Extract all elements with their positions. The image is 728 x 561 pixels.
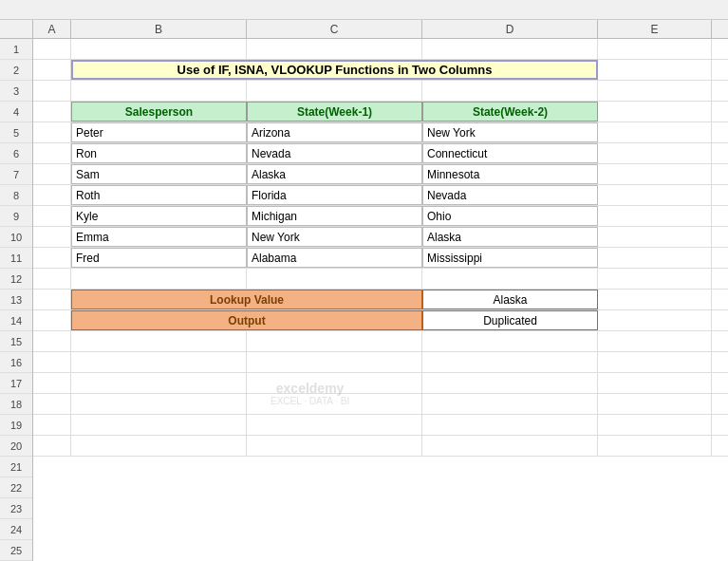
cell-c19[interactable] (247, 415, 422, 435)
lookup-value-cell[interactable]: Alaska (422, 290, 598, 309)
cell-c3[interactable] (247, 81, 422, 101)
cell-a7[interactable] (33, 164, 71, 184)
row-16 (33, 352, 728, 373)
cell-a3[interactable] (33, 81, 71, 101)
cell-b12[interactable] (71, 269, 247, 289)
cell-c9[interactable]: Michigan (247, 206, 422, 226)
cell-d7[interactable]: Minnesota (422, 164, 598, 184)
cell-a15[interactable] (33, 331, 71, 351)
cell-e19[interactable] (598, 415, 712, 435)
cell-c20[interactable] (247, 436, 422, 456)
cell-c6[interactable]: Nevada (247, 143, 422, 163)
cell-a11[interactable] (33, 248, 71, 268)
cell-d9[interactable]: Ohio (422, 206, 598, 226)
cell-d1[interactable] (422, 39, 598, 59)
cell-a13[interactable] (33, 290, 71, 309)
cell-e18[interactable] (598, 394, 712, 414)
cell-e12[interactable] (598, 269, 712, 289)
cell-d20[interactable] (422, 436, 598, 456)
cell-e3[interactable] (598, 81, 712, 101)
cell-e20[interactable] (598, 436, 712, 456)
cell-e9[interactable] (598, 206, 712, 226)
cell-d10[interactable]: Alaska (422, 227, 598, 247)
cell-d15[interactable] (422, 331, 598, 351)
cell-c12[interactable] (247, 269, 422, 289)
cell-c11[interactable]: Alabama (247, 248, 422, 268)
cell-b5[interactable]: Peter (71, 122, 247, 142)
cell-b8[interactable]: Roth (71, 185, 247, 205)
row-num-11: 11 (0, 248, 32, 269)
cell-a10[interactable] (33, 227, 71, 247)
cell-a5[interactable] (33, 122, 71, 142)
cell-b16[interactable] (71, 352, 247, 372)
cell-a14[interactable] (33, 310, 71, 330)
cell-c16[interactable] (247, 352, 422, 372)
cell-d16[interactable] (422, 352, 598, 372)
cell-a16[interactable] (33, 352, 71, 372)
title-cell[interactable]: Use of IF, ISNA, VLOOKUP Functions in Tw… (71, 60, 598, 80)
cell-a4[interactable] (33, 102, 71, 122)
cell-e16[interactable] (598, 352, 712, 372)
cell-c1[interactable] (247, 39, 422, 59)
cell-c8[interactable]: Florida (247, 185, 422, 205)
cell-c15[interactable] (247, 331, 422, 351)
cell-e7[interactable] (598, 164, 712, 184)
col-header-c: C (247, 20, 422, 38)
cell-a12[interactable] (33, 269, 71, 289)
row-num-2: 2 (0, 60, 32, 81)
cell-b4-header[interactable]: Salesperson (71, 102, 247, 122)
cell-a18[interactable] (33, 394, 71, 414)
output-label-cell[interactable]: Output (71, 310, 422, 330)
cell-c17[interactable] (247, 373, 422, 393)
cell-a20[interactable] (33, 436, 71, 456)
cell-e17[interactable] (598, 373, 712, 393)
cell-e8[interactable] (598, 185, 712, 205)
cell-b1[interactable] (71, 39, 247, 59)
cell-d19[interactable] (422, 415, 598, 435)
cell-b17[interactable] (71, 373, 247, 393)
cell-d3[interactable] (422, 81, 598, 101)
cell-e10[interactable] (598, 227, 712, 247)
lookup-label-cell[interactable]: Lookup Value (71, 290, 422, 309)
output-value-cell[interactable]: Duplicated (422, 310, 598, 330)
cell-c4-header[interactable]: State(Week-1) (247, 102, 422, 122)
cell-a8[interactable] (33, 185, 71, 205)
cell-d18[interactable] (422, 394, 598, 414)
cell-e11[interactable] (598, 248, 712, 268)
cell-b19[interactable] (71, 415, 247, 435)
cell-e5[interactable] (598, 122, 712, 142)
cell-b15[interactable] (71, 331, 247, 351)
cell-d8[interactable]: Nevada (422, 185, 598, 205)
cell-b20[interactable] (71, 436, 247, 456)
cell-e1[interactable] (598, 39, 712, 59)
cell-b11[interactable]: Fred (71, 248, 247, 268)
cell-d12[interactable] (422, 269, 598, 289)
cell-d5[interactable]: New York (422, 122, 598, 142)
cell-e13[interactable] (598, 290, 712, 309)
cell-d17[interactable] (422, 373, 598, 393)
cell-d4-header[interactable]: State(Week-2) (422, 102, 598, 122)
cell-e6[interactable] (598, 143, 712, 163)
cell-a1[interactable] (33, 39, 71, 59)
cell-a9[interactable] (33, 206, 71, 226)
cell-d6[interactable]: Connecticut (422, 143, 598, 163)
cell-c5[interactable]: Arizona (247, 122, 422, 142)
cell-d11[interactable]: Mississippi (422, 248, 598, 268)
cell-b7[interactable]: Sam (71, 164, 247, 184)
cell-a2[interactable] (33, 60, 71, 80)
cell-e2[interactable] (598, 60, 712, 80)
cell-b10[interactable]: Emma (71, 227, 247, 247)
cell-b18[interactable] (71, 394, 247, 414)
cell-b3[interactable] (71, 81, 247, 101)
cell-a6[interactable] (33, 143, 71, 163)
cell-e4[interactable] (598, 102, 712, 122)
cell-c18[interactable] (247, 394, 422, 414)
cell-a19[interactable] (33, 415, 71, 435)
cell-e15[interactable] (598, 331, 712, 351)
cell-b9[interactable]: Kyle (71, 206, 247, 226)
cell-c7[interactable]: Alaska (247, 164, 422, 184)
cell-c10[interactable]: New York (247, 227, 422, 247)
cell-b6[interactable]: Ron (71, 143, 247, 163)
cell-e14[interactable] (598, 310, 712, 330)
cell-a17[interactable] (33, 373, 71, 393)
